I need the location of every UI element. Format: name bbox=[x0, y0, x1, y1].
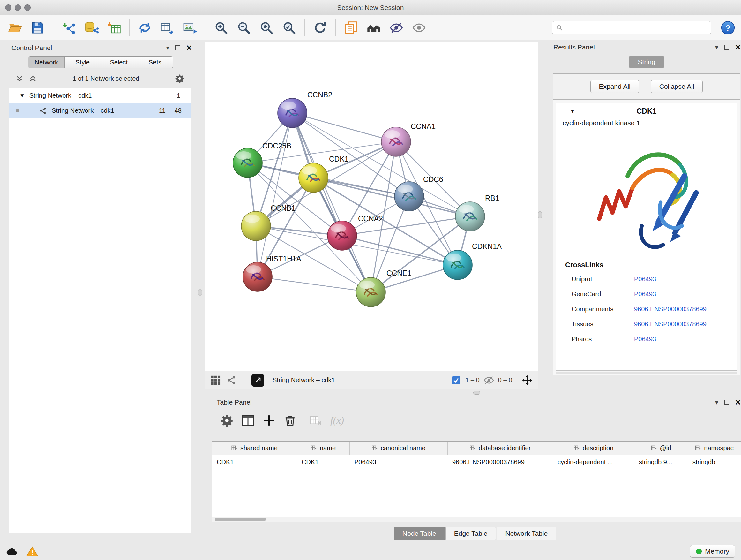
network-view-icon[interactable] bbox=[226, 375, 237, 386]
export-image-button[interactable] bbox=[181, 18, 199, 37]
protein-card-header[interactable]: ▼ CDK1 bbox=[556, 103, 737, 119]
warning-icon[interactable] bbox=[26, 546, 38, 557]
network-collection-row[interactable]: ▼ String Network – cdk1 1 bbox=[9, 88, 191, 103]
table-row[interactable]: CDK1 CDK1 P06493 9606.ENSP00000378699 cy… bbox=[212, 455, 741, 469]
column-header[interactable]: @id bbox=[634, 442, 688, 455]
tab-sets[interactable]: Sets bbox=[137, 57, 173, 68]
results-scroll-area[interactable]: ▼ CDK1 cyclin-dependent kinase 1 CrossLi… bbox=[553, 100, 740, 375]
collapse-all-icon[interactable] bbox=[15, 74, 23, 83]
column-header[interactable]: database identifier bbox=[448, 442, 553, 455]
column-header[interactable]: description bbox=[553, 442, 634, 455]
edge-CCNB2-CCNE1[interactable] bbox=[292, 113, 371, 292]
network-node-CCNA1[interactable] bbox=[381, 127, 411, 157]
network-node-CCNB1[interactable] bbox=[241, 211, 271, 241]
panel-close-icon[interactable]: ✕ bbox=[735, 44, 741, 51]
toolbar-search[interactable] bbox=[552, 21, 711, 35]
hide-selected-button[interactable] bbox=[387, 18, 406, 37]
network-node-CDK1[interactable] bbox=[299, 163, 328, 192]
tab-string[interactable]: String bbox=[629, 56, 664, 68]
panel-menu-icon[interactable]: ▾ bbox=[166, 45, 170, 51]
tab-network[interactable]: Network bbox=[28, 57, 65, 68]
clone-network-button[interactable] bbox=[342, 18, 360, 37]
show-columns-icon[interactable] bbox=[242, 414, 254, 427]
crosslink-link[interactable]: 9606.ENSP00000378699 bbox=[634, 306, 706, 313]
save-session-button[interactable] bbox=[28, 18, 47, 37]
panel-float-icon[interactable] bbox=[724, 45, 729, 50]
crosslink-link[interactable]: P06493 bbox=[634, 335, 656, 343]
network-canvas-container[interactable]: CCNB2CCNA1CDC25BCDK1CDC6RB1CCNB1CCNA2CDK… bbox=[205, 42, 538, 371]
add-column-icon[interactable] bbox=[263, 414, 275, 427]
network-canvas[interactable]: CCNB2CCNA1CDC25BCDK1CDC6RB1CCNB1CCNA2CDK… bbox=[205, 42, 538, 371]
panel-close-icon[interactable]: ✕ bbox=[735, 399, 741, 406]
zoom-out-button[interactable] bbox=[234, 18, 253, 37]
selected-checkbox-icon[interactable] bbox=[451, 375, 461, 386]
column-header[interactable]: name bbox=[297, 442, 350, 455]
panel-float-icon[interactable] bbox=[175, 45, 180, 51]
tab-style[interactable]: Style bbox=[65, 57, 101, 68]
column-header[interactable]: namespac bbox=[688, 442, 741, 455]
grid-view-icon[interactable] bbox=[210, 375, 221, 386]
collapse-all-button[interactable]: Collapse All bbox=[651, 80, 703, 93]
network-options-gear-icon[interactable] bbox=[175, 74, 185, 83]
detach-view-button[interactable] bbox=[252, 374, 264, 387]
pan-crosshair-icon[interactable] bbox=[522, 375, 533, 386]
hidden-eye-slash-icon[interactable] bbox=[483, 375, 494, 386]
delete-column-icon[interactable] bbox=[284, 414, 296, 427]
panel-menu-icon[interactable]: ▾ bbox=[715, 399, 718, 406]
panel-menu-icon[interactable]: ▾ bbox=[715, 44, 718, 51]
zoom-selected-button[interactable] bbox=[280, 18, 298, 37]
tree-expanded-icon[interactable]: ▼ bbox=[19, 92, 25, 99]
expand-all-button[interactable]: Expand All bbox=[590, 80, 639, 93]
network-node-CCNA2[interactable] bbox=[327, 221, 357, 250]
memory-indicator[interactable]: Memory bbox=[690, 545, 735, 558]
help-button[interactable]: ? bbox=[721, 20, 735, 35]
crosslink-link[interactable]: P06493 bbox=[634, 291, 656, 298]
tab-node-table[interactable]: Node Table bbox=[394, 527, 445, 540]
home-layout-button[interactable] bbox=[364, 18, 383, 37]
tab-select[interactable]: Select bbox=[101, 57, 137, 68]
scrollbar-thumb[interactable] bbox=[215, 518, 266, 521]
tab-network-table[interactable]: Network Table bbox=[496, 527, 556, 540]
network-node-HIST1H1A[interactable] bbox=[243, 262, 272, 292]
new-network-button[interactable] bbox=[136, 18, 154, 37]
crosslink-link[interactable]: 9606.ENSP00000378699 bbox=[634, 320, 706, 328]
network-node-CDC6[interactable] bbox=[394, 182, 424, 211]
horizontal-splitter-handle[interactable] bbox=[473, 391, 480, 395]
column-header[interactable]: shared name bbox=[212, 442, 297, 455]
network-node-CCNE1[interactable] bbox=[356, 277, 386, 307]
panel-close-icon[interactable]: ✕ bbox=[186, 44, 192, 52]
column-header[interactable]: canonical name bbox=[350, 442, 448, 455]
show-all-button[interactable] bbox=[410, 18, 428, 37]
import-table-button[interactable] bbox=[105, 18, 123, 37]
export-table-button[interactable] bbox=[158, 18, 177, 37]
window-zoom-button[interactable] bbox=[24, 4, 30, 11]
cloud-icon[interactable] bbox=[6, 546, 18, 557]
zoom-fit-button[interactable] bbox=[257, 18, 276, 37]
network-node-RB1[interactable] bbox=[455, 202, 485, 231]
table-settings-gear-icon[interactable] bbox=[220, 414, 233, 427]
edge-CCNB2-HIST1H1A[interactable] bbox=[258, 113, 292, 277]
expand-all-icon[interactable] bbox=[29, 74, 37, 83]
network-node-CDC25B[interactable] bbox=[233, 148, 262, 178]
import-network-file-button[interactable] bbox=[59, 18, 78, 37]
network-row[interactable]: String Network – cdk1 11 48 bbox=[9, 103, 191, 118]
panel-float-icon[interactable] bbox=[724, 400, 729, 405]
right-splitter-handle[interactable] bbox=[538, 211, 542, 219]
network-node-CDKN1A[interactable] bbox=[443, 250, 472, 280]
window-close-button[interactable] bbox=[5, 4, 11, 11]
collapse-section-icon[interactable]: ▼ bbox=[569, 108, 576, 115]
tab-edge-table[interactable]: Edge Table bbox=[446, 527, 496, 540]
edge-HIST1H1A-CCNE1[interactable] bbox=[258, 277, 371, 292]
search-input[interactable] bbox=[566, 24, 707, 31]
refresh-button[interactable] bbox=[311, 18, 329, 37]
results-horizontal-scrollbar[interactable] bbox=[556, 372, 737, 374]
open-session-button[interactable] bbox=[6, 18, 24, 37]
window-minimize-button[interactable] bbox=[15, 4, 21, 11]
table-horizontal-scrollbar[interactable] bbox=[212, 517, 741, 522]
import-network-database-button[interactable] bbox=[82, 18, 100, 37]
left-splitter-handle[interactable] bbox=[198, 289, 202, 296]
network-node-CCNB2[interactable] bbox=[278, 98, 307, 128]
zoom-in-button[interactable] bbox=[212, 18, 230, 37]
crosslink-link[interactable]: P06493 bbox=[634, 275, 656, 283]
edge-CCNB2-CCNA1[interactable] bbox=[292, 113, 396, 142]
